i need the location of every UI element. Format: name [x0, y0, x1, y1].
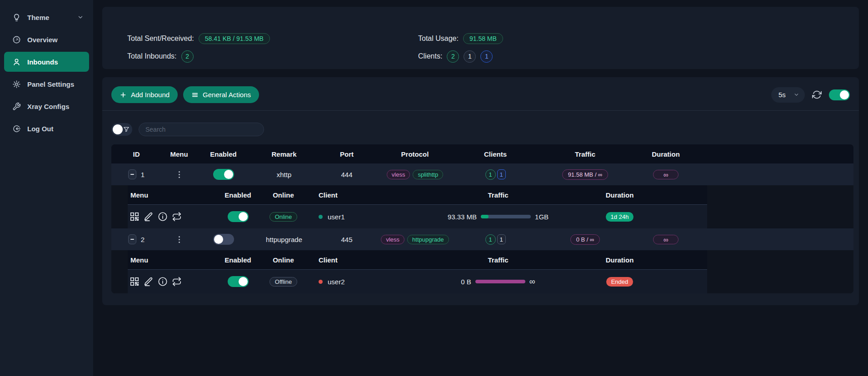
filter-toggle[interactable] — [111, 123, 132, 136]
row-menu-button[interactable] — [179, 236, 180, 243]
info-icon[interactable] — [158, 277, 168, 287]
client-menu-icons — [128, 212, 210, 222]
sidebar-item-overview[interactable]: Overview — [4, 30, 89, 49]
stat-sent-received: Total Sent/Received: 58.41 KB / 91.53 MB — [127, 32, 270, 45]
client-duration-badge: 1d 24h — [606, 212, 634, 222]
clients-cell: 1 1 — [454, 234, 536, 245]
table-row-inbound-1: 1 xhttp 444 vless splithttp 1 1 91.58 MB… — [111, 163, 853, 185]
toggle-knob — [113, 124, 123, 134]
sidebar-item-inbounds[interactable]: Inbounds — [4, 52, 89, 72]
reset-traffic-icon[interactable] — [172, 212, 182, 222]
toggle-knob — [239, 212, 248, 221]
logout-icon — [12, 124, 21, 133]
refresh-icon[interactable] — [812, 90, 822, 99]
reset-traffic-icon[interactable] — [172, 277, 182, 287]
collapse-row-button[interactable] — [128, 169, 136, 179]
search-row — [111, 123, 850, 136]
sub-table-header-row: Menu Enabled Online Client Traffic Durat… — [128, 185, 707, 204]
client-enabled-toggle[interactable] — [228, 211, 249, 222]
inbound-remark: httpupgrade — [250, 236, 318, 243]
client-enabled-toggle[interactable] — [228, 276, 249, 287]
chevron-down-icon — [77, 14, 84, 20]
table-header-row: ID Menu Enabled Remark Port Protocol Cli… — [111, 144, 853, 163]
inbound-id: 1 — [141, 171, 145, 178]
general-actions-button[interactable]: General Actions — [183, 86, 259, 103]
stat-total-inbounds: Total Inbounds: 2 — [127, 50, 194, 63]
stat-value-badge: 91.58 MB — [463, 33, 503, 44]
info-icon[interactable] — [158, 212, 168, 222]
sub-col-header-client: Client — [300, 191, 409, 199]
client-duration-badge: Ended — [606, 277, 634, 287]
col-header-enabled: Enabled — [197, 150, 250, 158]
sub-col-header-traffic: Traffic — [409, 191, 587, 199]
sidebar-item-panel-settings[interactable]: Panel Settings — [4, 74, 89, 94]
inbound-port: 444 — [318, 171, 375, 178]
inbound-enabled-toggle[interactable] — [213, 169, 234, 180]
client-online-badge: 1 — [497, 169, 506, 179]
inbounds-table: ID Menu Enabled Remark Port Protocol Cli… — [111, 144, 853, 293]
qr-code-icon[interactable] — [130, 277, 140, 287]
toggle-knob — [239, 277, 248, 286]
edit-pencil-icon[interactable] — [144, 277, 154, 287]
duration-badge: ∞ — [653, 170, 679, 179]
sub-col-header-menu: Menu — [128, 256, 210, 264]
auto-refresh-toggle[interactable] — [829, 89, 850, 100]
id-cell: 1 — [111, 169, 161, 179]
sidebar-item-xray-configs[interactable]: Xray Configs — [4, 96, 89, 116]
sidebar-item-label: Xray Configs — [27, 103, 70, 110]
col-header-remark: Remark — [250, 150, 318, 158]
refresh-interval-select[interactable]: 5s — [771, 87, 805, 103]
inbound-enabled-toggle[interactable] — [213, 234, 234, 245]
xray-panel-app: Theme Overview Inbounds Panel Settings — [0, 0, 868, 376]
plus-icon — [120, 91, 127, 99]
col-header-traffic: Traffic — [536, 150, 634, 158]
inbound-port: 445 — [318, 236, 375, 243]
row-menu-button[interactable] — [179, 171, 180, 178]
edit-pencil-icon[interactable] — [144, 212, 154, 222]
sidebar-item-logout[interactable]: Log Out — [4, 119, 89, 139]
inbound-remark: xhttp — [250, 171, 318, 178]
col-header-port: Port — [318, 150, 375, 158]
sidebar-item-label: Overview — [27, 36, 58, 44]
toggle-knob — [214, 235, 223, 244]
online-status-badge: Offline — [269, 277, 297, 287]
sub-col-header-online: Online — [266, 191, 300, 199]
client-name: user1 — [328, 213, 345, 221]
clients-deactivated-badge: 1 — [464, 50, 476, 63]
client-menu-icons — [128, 277, 210, 287]
inbound-id: 2 — [141, 236, 145, 243]
traffic-progress-fill — [475, 280, 525, 283]
sub-table-header-row: Menu Enabled Online Client Traffic Durat… — [128, 250, 707, 269]
client-name: user2 — [328, 278, 345, 286]
client-count-badge: 1 — [485, 234, 496, 245]
client-status-dot — [319, 215, 323, 219]
client-cell: user2 — [300, 278, 409, 286]
minus-icon — [130, 174, 134, 175]
client-traffic-cell: 0 B ∞ — [409, 277, 587, 286]
menu-lines-icon — [191, 91, 199, 99]
sub-col-header-duration: Duration — [587, 191, 653, 199]
chevron-down-icon — [793, 92, 799, 98]
clients-sub-table: Menu Enabled Online Client Traffic Durat… — [128, 185, 707, 228]
client-row-user1: Online user1 93.33 MB 1GB 1d 24h — [128, 204, 707, 228]
sidebar-item-theme[interactable]: Theme — [4, 7, 89, 27]
toolbar-divider — [102, 110, 859, 111]
traffic-progress-bar — [481, 215, 531, 218]
qr-code-icon[interactable] — [130, 212, 140, 222]
stat-value-badge: 58.41 KB / 91.53 MB — [199, 33, 270, 44]
sidebar-item-label: Inbounds — [27, 58, 58, 66]
protocol-tag: vless — [381, 235, 404, 244]
sub-col-header-traffic: Traffic — [409, 256, 587, 264]
search-input[interactable] — [139, 123, 264, 136]
sidebar-item-label: Panel Settings — [27, 80, 74, 88]
traffic-progress-fill — [481, 215, 489, 218]
table-row-inbound-2: 2 httpupgrade 445 vless httpupgrade 1 1 … — [111, 228, 853, 250]
add-inbound-button[interactable]: Add Inbound — [111, 86, 178, 103]
clients-online-badge: 1 — [480, 50, 493, 63]
dashboard-icon — [12, 35, 21, 44]
sub-col-header-menu: Menu — [128, 191, 210, 199]
collapse-row-button[interactable] — [128, 234, 136, 244]
wrench-icon — [12, 102, 21, 111]
toolbar: Add Inbound General Actions 5s — [102, 77, 859, 110]
gear-icon — [12, 79, 21, 89]
